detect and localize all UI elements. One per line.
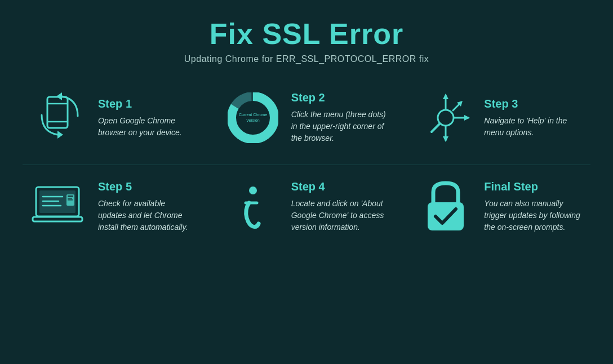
final-step-label: Final Step bbox=[484, 180, 581, 193]
step2-label: Step 2 bbox=[291, 91, 389, 104]
step3-icon bbox=[417, 92, 474, 143]
step5-icon bbox=[32, 184, 88, 229]
svg-rect-0 bbox=[47, 97, 68, 128]
step-card-2: Current Chrome Version Step 2 Click the … bbox=[216, 81, 398, 154]
svg-rect-33 bbox=[428, 202, 464, 230]
step1-icon bbox=[32, 92, 88, 143]
step-card-4: Step 4 Locate and click on 'About Google… bbox=[216, 170, 398, 243]
step2-desc: Click the menu (three dots) in the upper… bbox=[291, 109, 389, 144]
page-subtitle: Updating Chrome for ERR_SSL_PROTOCOL_ERR… bbox=[184, 54, 429, 64]
laptop-icon bbox=[32, 184, 88, 229]
step5-text: Step 5 Check for available updates and l… bbox=[98, 180, 196, 233]
page-wrapper: Fix SSL Error Updating Chrome for ERR_SS… bbox=[0, 0, 613, 364]
svg-line-20 bbox=[432, 124, 439, 132]
donut-chart-icon: Current Chrome Version bbox=[228, 92, 278, 143]
step1-desc: Open Google Chrome browser on your devic… bbox=[98, 115, 196, 139]
svg-rect-30 bbox=[68, 199, 73, 201]
step3-text: Step 3 Navigate to 'Help' in the menu op… bbox=[484, 97, 581, 139]
svg-marker-3 bbox=[57, 131, 63, 139]
svg-marker-12 bbox=[443, 94, 448, 99]
page-title: Fix SSL Error bbox=[210, 17, 403, 51]
step-card-3: Step 3 Navigate to 'Help' in the menu op… bbox=[408, 81, 590, 154]
final-step-desc: You can also manually trigger updates by… bbox=[484, 198, 581, 233]
final-step-icon bbox=[417, 180, 474, 233]
svg-point-8 bbox=[241, 105, 265, 130]
step4-text: Step 4 Locate and click on 'About Google… bbox=[291, 180, 389, 233]
svg-rect-29 bbox=[68, 198, 72, 199]
info-icon bbox=[233, 181, 273, 232]
svg-rect-28 bbox=[68, 196, 73, 197]
chrome-browser-icon bbox=[37, 92, 82, 143]
svg-marker-16 bbox=[464, 115, 470, 121]
final-step-text: Final Step You can also manually trigger… bbox=[484, 180, 581, 233]
svg-marker-4 bbox=[56, 92, 62, 100]
step-card-final: Final Step You can also manually trigger… bbox=[408, 170, 590, 243]
step3-label: Step 3 bbox=[484, 97, 581, 110]
divider bbox=[23, 165, 590, 165]
step3-desc: Navigate to 'Help' in the menu options. bbox=[484, 115, 581, 139]
step-card-1: Step 1 Open Google Chrome browser on you… bbox=[23, 81, 205, 154]
svg-rect-26 bbox=[33, 217, 82, 221]
step2-text: Step 2 Click the menu (three dots) in th… bbox=[291, 91, 389, 144]
steps-top-row: Step 1 Open Google Chrome browser on you… bbox=[23, 81, 590, 154]
steps-bottom-row: Step 5 Check for available updates and l… bbox=[23, 170, 590, 243]
step2-icon: Current Chrome Version bbox=[225, 92, 281, 143]
step1-label: Step 1 bbox=[98, 97, 196, 110]
step-card-5: Step 5 Check for available updates and l… bbox=[23, 170, 205, 243]
step4-label: Step 4 bbox=[291, 180, 389, 193]
step4-icon bbox=[225, 181, 281, 232]
padlock-icon bbox=[423, 180, 468, 233]
step5-desc: Check for available updates and let Chro… bbox=[98, 198, 196, 233]
svg-marker-14 bbox=[443, 136, 448, 142]
step5-label: Step 5 bbox=[98, 180, 196, 193]
svg-text:Version: Version bbox=[246, 118, 259, 122]
svg-point-31 bbox=[249, 187, 257, 194]
step4-desc: Locate and click on 'About Google Chrome… bbox=[291, 198, 389, 233]
step1-text: Step 1 Open Google Chrome browser on you… bbox=[98, 97, 196, 139]
compass-help-icon bbox=[420, 92, 471, 143]
svg-text:Current Chrome: Current Chrome bbox=[239, 113, 267, 117]
